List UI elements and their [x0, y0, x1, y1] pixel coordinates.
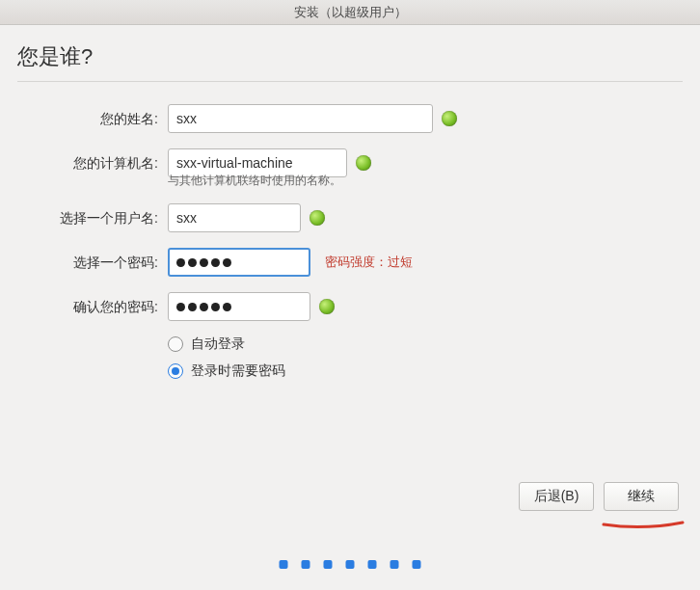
radio-require-password-row: 登录时需要密码 [168, 362, 683, 380]
divider [17, 81, 683, 82]
annotation-mark [602, 517, 685, 526]
row-password: 选择一个密码: 密码强度：过短 [25, 247, 683, 278]
radio-auto-login-row: 自动登录 [168, 335, 683, 353]
back-button[interactable]: 后退(B) [519, 482, 594, 511]
progress-dot [413, 560, 421, 569]
label-hostname: 您的计算机名: [25, 155, 158, 172]
window-title: 安装（以超级用户） [294, 4, 407, 21]
progress-dot [368, 560, 377, 569]
password-input[interactable] [168, 248, 310, 277]
progress-dot [280, 560, 288, 569]
row-username: 选择一个用户名: [25, 202, 683, 233]
radio-auto-login[interactable] [168, 336, 183, 352]
confirm-password-masked [176, 303, 231, 311]
label-username: 选择一个用户名: [25, 210, 158, 227]
progress-dot [324, 560, 333, 569]
password-masked [176, 258, 231, 267]
label-confirm: 确认您的密码: [25, 299, 158, 315]
name-input[interactable] [168, 104, 433, 133]
progress-dot [390, 560, 399, 569]
radio-auto-login-label: 自动登录 [191, 335, 245, 353]
row-confirm: 确认您的密码: [25, 291, 683, 322]
page-title: 您是谁? [17, 42, 683, 71]
check-icon [319, 299, 335, 314]
label-password: 选择一个密码: [25, 255, 158, 271]
username-input[interactable] [168, 203, 301, 232]
label-name: 您的姓名: [25, 111, 158, 127]
continue-button[interactable]: 继续 [604, 482, 679, 511]
confirm-password-input[interactable] [168, 292, 310, 321]
window-titlebar: 安装（以超级用户） [0, 0, 700, 25]
progress-dot [346, 560, 355, 569]
user-form: 您的姓名: 您的计算机名: 与其他计算机联络时使用的名称。 选择一个用户名: 选… [25, 103, 683, 380]
footer-buttons: 后退(B) 继续 [519, 482, 679, 511]
row-name: 您的姓名: [25, 103, 683, 134]
progress-dot [302, 560, 310, 569]
hostname-hint: 与其他计算机联络时使用的名称。 [168, 173, 683, 189]
check-icon [356, 155, 371, 171]
password-strength-text: 密码强度：过短 [325, 254, 413, 271]
check-icon [442, 111, 457, 126]
radio-require-password-label: 登录时需要密码 [191, 362, 285, 380]
content-area: 您是谁? 您的姓名: 您的计算机名: 与其他计算机联络时使用的名称。 选择一个用… [0, 25, 700, 380]
check-icon [310, 210, 325, 226]
progress-indicator [280, 560, 421, 569]
radio-require-password[interactable] [168, 363, 183, 379]
